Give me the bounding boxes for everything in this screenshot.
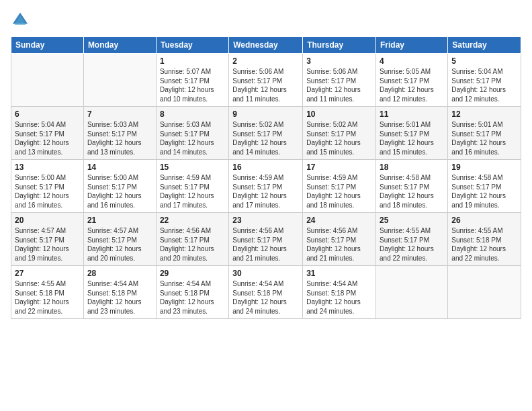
day-number: 19 (451, 163, 517, 172)
day-number: 24 (306, 216, 372, 225)
calendar-cell: 28Sunrise: 4:54 AM Sunset: 5:18 PM Dayli… (83, 266, 156, 319)
day-number: 7 (87, 109, 152, 119)
calendar-week-row: 20Sunrise: 4:57 AM Sunset: 5:17 PM Dayli… (11, 213, 521, 266)
day-number: 16 (232, 163, 299, 172)
day-number: 6 (15, 109, 80, 119)
day-info: Sunrise: 4:58 AM Sunset: 5:17 PM Dayligh… (451, 173, 517, 210)
calendar-cell (376, 266, 448, 319)
day-info: Sunrise: 5:00 AM Sunset: 5:17 PM Dayligh… (87, 173, 152, 210)
calendar-header-row: SundayMondayTuesdayWednesdayThursdayFrid… (11, 37, 521, 54)
calendar-cell: 5Sunrise: 5:04 AM Sunset: 5:17 PM Daylig… (448, 54, 521, 107)
calendar-cell: 18Sunrise: 4:58 AM Sunset: 5:17 PM Dayli… (376, 160, 448, 213)
calendar-cell: 1Sunrise: 5:07 AM Sunset: 5:17 PM Daylig… (156, 54, 228, 107)
day-number: 31 (306, 269, 372, 278)
calendar-cell: 29Sunrise: 4:54 AM Sunset: 5:18 PM Dayli… (156, 266, 228, 319)
calendar-cell: 31Sunrise: 4:54 AM Sunset: 5:18 PM Dayli… (303, 266, 376, 319)
day-info: Sunrise: 5:00 AM Sunset: 5:17 PM Dayligh… (15, 173, 80, 210)
calendar-cell: 26Sunrise: 4:55 AM Sunset: 5:18 PM Dayli… (448, 213, 521, 266)
day-info: Sunrise: 5:05 AM Sunset: 5:17 PM Dayligh… (380, 67, 444, 103)
day-number: 10 (306, 109, 372, 119)
day-number: 28 (87, 269, 152, 278)
calendar-cell: 7Sunrise: 5:03 AM Sunset: 5:17 PM Daylig… (83, 107, 156, 160)
day-info: Sunrise: 4:56 AM Sunset: 5:17 PM Dayligh… (306, 226, 372, 263)
day-number: 23 (232, 216, 299, 225)
day-number: 25 (380, 216, 444, 225)
day-header-tuesday: Tuesday (156, 37, 228, 54)
calendar-cell: 2Sunrise: 5:06 AM Sunset: 5:17 PM Daylig… (229, 54, 303, 107)
day-info: Sunrise: 5:02 AM Sunset: 5:17 PM Dayligh… (232, 120, 299, 156)
day-number: 18 (380, 163, 444, 172)
day-info: Sunrise: 4:55 AM Sunset: 5:17 PM Dayligh… (380, 226, 444, 263)
day-info: Sunrise: 5:04 AM Sunset: 5:17 PM Dayligh… (15, 120, 80, 156)
day-header-saturday: Saturday (448, 37, 521, 54)
day-number: 9 (232, 109, 299, 119)
calendar-week-row: 6Sunrise: 5:04 AM Sunset: 5:17 PM Daylig… (11, 107, 521, 160)
day-number: 13 (15, 163, 80, 172)
calendar-table: SundayMondayTuesdayWednesdayThursdayFrid… (11, 36, 521, 319)
calendar-cell: 13Sunrise: 5:00 AM Sunset: 5:17 PM Dayli… (11, 160, 84, 213)
calendar-cell: 19Sunrise: 4:58 AM Sunset: 5:17 PM Dayli… (448, 160, 521, 213)
day-info: Sunrise: 5:01 AM Sunset: 5:17 PM Dayligh… (380, 120, 444, 156)
logo (11, 11, 32, 30)
calendar-cell: 4Sunrise: 5:05 AM Sunset: 5:17 PM Daylig… (376, 54, 448, 107)
day-number: 12 (451, 109, 517, 119)
calendar-cell: 23Sunrise: 4:56 AM Sunset: 5:17 PM Dayli… (229, 213, 303, 266)
day-number: 15 (160, 163, 225, 172)
day-number: 8 (160, 109, 225, 119)
calendar-week-row: 1Sunrise: 5:07 AM Sunset: 5:17 PM Daylig… (11, 54, 521, 107)
day-info: Sunrise: 5:04 AM Sunset: 5:17 PM Dayligh… (451, 67, 517, 103)
day-info: Sunrise: 4:54 AM Sunset: 5:18 PM Dayligh… (87, 279, 152, 316)
day-number: 20 (15, 216, 80, 225)
calendar-cell: 22Sunrise: 4:56 AM Sunset: 5:17 PM Dayli… (156, 213, 228, 266)
calendar-cell: 25Sunrise: 4:55 AM Sunset: 5:17 PM Dayli… (376, 213, 448, 266)
day-number: 3 (306, 56, 372, 66)
page-header (11, 11, 521, 30)
day-number: 29 (160, 269, 225, 278)
day-info: Sunrise: 4:55 AM Sunset: 5:18 PM Dayligh… (451, 226, 517, 263)
calendar-cell: 15Sunrise: 4:59 AM Sunset: 5:17 PM Dayli… (156, 160, 228, 213)
day-number: 4 (380, 56, 444, 66)
day-info: Sunrise: 4:54 AM Sunset: 5:18 PM Dayligh… (232, 279, 299, 316)
day-header-sunday: Sunday (11, 37, 84, 54)
day-info: Sunrise: 4:59 AM Sunset: 5:17 PM Dayligh… (306, 173, 372, 210)
calendar-cell (448, 266, 521, 319)
calendar-cell: 10Sunrise: 5:02 AM Sunset: 5:17 PM Dayli… (303, 107, 376, 160)
day-info: Sunrise: 5:03 AM Sunset: 5:17 PM Dayligh… (87, 120, 152, 156)
day-info: Sunrise: 5:06 AM Sunset: 5:17 PM Dayligh… (232, 67, 299, 103)
day-number: 5 (451, 56, 517, 66)
day-info: Sunrise: 5:01 AM Sunset: 5:17 PM Dayligh… (451, 120, 517, 156)
day-info: Sunrise: 5:07 AM Sunset: 5:17 PM Dayligh… (160, 67, 225, 103)
day-info: Sunrise: 4:57 AM Sunset: 5:17 PM Dayligh… (15, 226, 80, 263)
day-info: Sunrise: 4:58 AM Sunset: 5:17 PM Dayligh… (380, 173, 444, 210)
day-number: 1 (160, 56, 225, 66)
calendar-cell (11, 54, 84, 107)
day-header-thursday: Thursday (303, 37, 376, 54)
day-info: Sunrise: 4:56 AM Sunset: 5:17 PM Dayligh… (160, 226, 225, 263)
calendar-week-row: 13Sunrise: 5:00 AM Sunset: 5:17 PM Dayli… (11, 160, 521, 213)
day-header-friday: Friday (376, 37, 448, 54)
calendar-cell: 24Sunrise: 4:56 AM Sunset: 5:17 PM Dayli… (303, 213, 376, 266)
day-info: Sunrise: 4:54 AM Sunset: 5:18 PM Dayligh… (306, 279, 372, 316)
calendar-cell: 21Sunrise: 4:57 AM Sunset: 5:17 PM Dayli… (83, 213, 156, 266)
day-number: 26 (451, 216, 517, 225)
calendar-cell: 20Sunrise: 4:57 AM Sunset: 5:17 PM Dayli… (11, 213, 84, 266)
logo-icon (11, 11, 30, 30)
day-info: Sunrise: 5:02 AM Sunset: 5:17 PM Dayligh… (306, 120, 372, 156)
day-info: Sunrise: 4:59 AM Sunset: 5:17 PM Dayligh… (232, 173, 299, 210)
day-info: Sunrise: 4:57 AM Sunset: 5:17 PM Dayligh… (87, 226, 152, 263)
calendar-cell: 3Sunrise: 5:06 AM Sunset: 5:17 PM Daylig… (303, 54, 376, 107)
day-header-wednesday: Wednesday (229, 37, 303, 54)
calendar-week-row: 27Sunrise: 4:55 AM Sunset: 5:18 PM Dayli… (11, 266, 521, 319)
calendar-cell: 6Sunrise: 5:04 AM Sunset: 5:17 PM Daylig… (11, 107, 84, 160)
calendar-cell: 12Sunrise: 5:01 AM Sunset: 5:17 PM Dayli… (448, 107, 521, 160)
calendar-cell (83, 54, 156, 107)
day-info: Sunrise: 4:54 AM Sunset: 5:18 PM Dayligh… (160, 279, 225, 316)
day-number: 22 (160, 216, 225, 225)
day-info: Sunrise: 5:03 AM Sunset: 5:17 PM Dayligh… (160, 120, 225, 156)
day-number: 30 (232, 269, 299, 278)
day-number: 17 (306, 163, 372, 172)
day-number: 11 (380, 109, 444, 119)
calendar-cell: 8Sunrise: 5:03 AM Sunset: 5:17 PM Daylig… (156, 107, 228, 160)
calendar-cell: 27Sunrise: 4:55 AM Sunset: 5:18 PM Dayli… (11, 266, 84, 319)
day-info: Sunrise: 4:56 AM Sunset: 5:17 PM Dayligh… (232, 226, 299, 263)
